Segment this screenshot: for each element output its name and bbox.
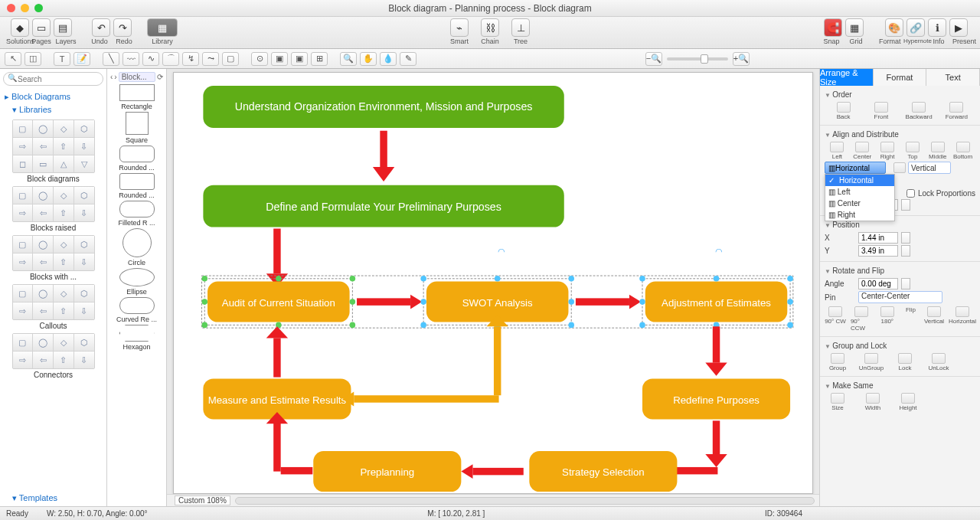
- rotate-90CW[interactable]: 90° CW: [825, 306, 846, 332]
- palette-connectors[interactable]: ▢◯◇⬡⇨⇦⇧⇩: [12, 333, 95, 369]
- hand-tool[interactable]: ✋: [360, 52, 377, 66]
- order-backward[interactable]: Backward: [906, 102, 932, 120]
- make-same-height[interactable]: Height: [895, 393, 921, 411]
- flip-vertical[interactable]: Vertical: [923, 306, 945, 332]
- breadcrumb[interactable]: Block...: [119, 72, 155, 82]
- y-input[interactable]: [858, 245, 898, 257]
- connector-tool[interactable]: ↯: [182, 52, 199, 66]
- block-b1[interactable]: Understand Organization Environment, Mis…: [235, 100, 533, 113]
- make-same-width[interactable]: Width: [860, 393, 886, 411]
- shape-circ[interactable]: Circle: [107, 228, 166, 267]
- shape-cr[interactable]: Curved Re ...: [107, 297, 166, 323]
- undo-button[interactable]: ↶: [92, 18, 110, 37]
- hypernote-button[interactable]: 🔗: [906, 18, 925, 37]
- align-left[interactable]: Left: [825, 142, 850, 160]
- order-front[interactable]: Front: [868, 102, 894, 120]
- shape-rr[interactable]: Rounded ...: [107, 146, 166, 172]
- block-b8[interactable]: Preplanning: [360, 466, 414, 478]
- group-ungroup[interactable]: UnGroup: [858, 353, 884, 371]
- palette-block-diagrams[interactable]: ▢◯◇⬡⇨⇦⇧⇩◻▭△▽: [12, 119, 95, 173]
- connector2-tool[interactable]: ⤳: [202, 52, 219, 66]
- angle-input[interactable]: [858, 278, 898, 289]
- flip-horizontal[interactable]: Horizontal: [949, 306, 975, 332]
- line-tool[interactable]: ╲: [103, 52, 119, 66]
- order-back[interactable]: Back: [831, 102, 857, 120]
- shape-rr2[interactable]: Rounded ...: [107, 173, 166, 199]
- align-middle[interactable]: Middle: [925, 142, 950, 160]
- height-stepper[interactable]: [901, 199, 910, 211]
- y-stepper[interactable]: [901, 245, 910, 257]
- note-tool[interactable]: 📝: [74, 52, 90, 66]
- align-top[interactable]: Top: [900, 142, 925, 160]
- search-input[interactable]: [3, 72, 103, 86]
- section-make-same[interactable]: Make Same: [825, 380, 975, 391]
- format-button[interactable]: 🎨: [885, 18, 903, 37]
- bring-front-tool[interactable]: ▣: [291, 52, 308, 66]
- shape-fr[interactable]: Filleted R ...: [107, 201, 166, 227]
- drawing-canvas[interactable]: Understand Organization Environment, Mis…: [173, 72, 813, 494]
- block-b7[interactable]: Redefine Purposes: [673, 394, 760, 406]
- spline-tool[interactable]: ∿: [142, 52, 159, 66]
- send-back-tool[interactable]: ▣: [271, 52, 288, 66]
- anchor-tool[interactable]: ⊙: [251, 52, 268, 66]
- pages-button[interactable]: ▭: [32, 18, 51, 37]
- layers-button[interactable]: ▤: [54, 18, 72, 37]
- order-forward[interactable]: Forward: [943, 102, 969, 120]
- palette-blocks-raised[interactable]: ▢◯◇⬡⇨⇦⇧⇩: [12, 186, 95, 222]
- pin-select[interactable]: Center-Center: [858, 291, 942, 303]
- shape-hex[interactable]: Hexagon: [107, 325, 166, 351]
- group-unlock[interactable]: UnLock: [926, 353, 952, 371]
- dd-item-left[interactable]: ▥ Left: [825, 186, 894, 198]
- nav-fwd-icon[interactable]: ›: [114, 73, 116, 81]
- text-tool[interactable]: T: [54, 52, 70, 66]
- grid-button[interactable]: ▦: [845, 18, 864, 37]
- align-bottom[interactable]: Bottom: [950, 142, 975, 160]
- hscrollbar[interactable]: [235, 497, 815, 505]
- section-align[interactable]: Align and Distribute: [825, 129, 975, 140]
- palette-blocks-with[interactable]: ▢◯◇⬡⇨⇦⇧⇩: [12, 235, 95, 271]
- pointer-tool[interactable]: ↖: [5, 52, 21, 66]
- tab-text[interactable]: Text: [926, 69, 980, 86]
- tab-arrange[interactable]: Arrange & Size: [820, 69, 874, 86]
- align-right[interactable]: Right: [875, 142, 900, 160]
- shape-tool[interactable]: ▢: [222, 52, 239, 66]
- align-center[interactable]: Center: [850, 142, 875, 160]
- smart-button[interactable]: ⌁: [450, 18, 469, 37]
- section-group[interactable]: Group and Lock: [825, 340, 975, 352]
- eyedrop-tool[interactable]: 💧: [380, 52, 397, 66]
- make-same-size[interactable]: Size: [825, 393, 851, 411]
- dd-item-center[interactable]: ▥ Center: [825, 198, 894, 209]
- shape-ell[interactable]: Ellipse: [107, 268, 166, 296]
- group-tool[interactable]: ⊞: [311, 52, 328, 66]
- lock-proportions-checkbox[interactable]: Lock Proportions: [906, 189, 975, 198]
- palette-callouts[interactable]: ▢◯◇⬡⇨⇦⇧⇩: [12, 284, 95, 320]
- zoom-slider[interactable]: [667, 57, 728, 61]
- nav-back-icon[interactable]: ‹: [110, 73, 113, 81]
- group-group[interactable]: Group: [825, 353, 851, 371]
- info-button[interactable]: ℹ: [928, 18, 946, 37]
- rotate-90CCW[interactable]: 90° CCW: [851, 306, 872, 332]
- dd-item-right[interactable]: ▥ Right: [825, 209, 894, 221]
- angle-stepper[interactable]: [901, 278, 910, 289]
- vert-distribute-icon[interactable]: [893, 162, 906, 173]
- find-tool[interactable]: 🔍: [340, 52, 357, 66]
- snap-button[interactable]: 🧲: [824, 18, 842, 37]
- dd-item-horizontal[interactable]: Horizontal: [825, 175, 894, 186]
- block-b3-group[interactable]: Audit of Current Situation: [201, 276, 355, 328]
- tree-templates[interactable]: ▾ Templates: [5, 492, 102, 505]
- library-button[interactable]: ▦: [147, 18, 178, 37]
- polyline-tool[interactable]: 〰: [122, 52, 139, 66]
- zoom-select[interactable]: Custom 108%: [175, 495, 230, 505]
- block-b6[interactable]: Measure and Estimate Results: [208, 394, 347, 406]
- x-input[interactable]: [858, 232, 898, 244]
- block-b9[interactable]: Strategy Selection: [562, 466, 645, 478]
- section-rotate[interactable]: Rotate and Flip: [825, 265, 975, 276]
- distribute-h-dropdown[interactable]: ▥ Horizontal Horizontal▥ Left▥ Center▥ R…: [825, 162, 886, 174]
- arc-tool[interactable]: ⌒: [162, 52, 179, 66]
- shape-rect[interactable]: Rectangle: [107, 84, 166, 110]
- nav-refresh-icon[interactable]: ⟳: [157, 73, 163, 81]
- tree-libraries[interactable]: ▾ Libraries: [5, 103, 102, 116]
- lasso-tool[interactable]: ◫: [24, 52, 41, 66]
- zoom-in[interactable]: +🔍: [733, 52, 750, 66]
- block-b5-group[interactable]: Adjustment of Estimates: [639, 276, 793, 328]
